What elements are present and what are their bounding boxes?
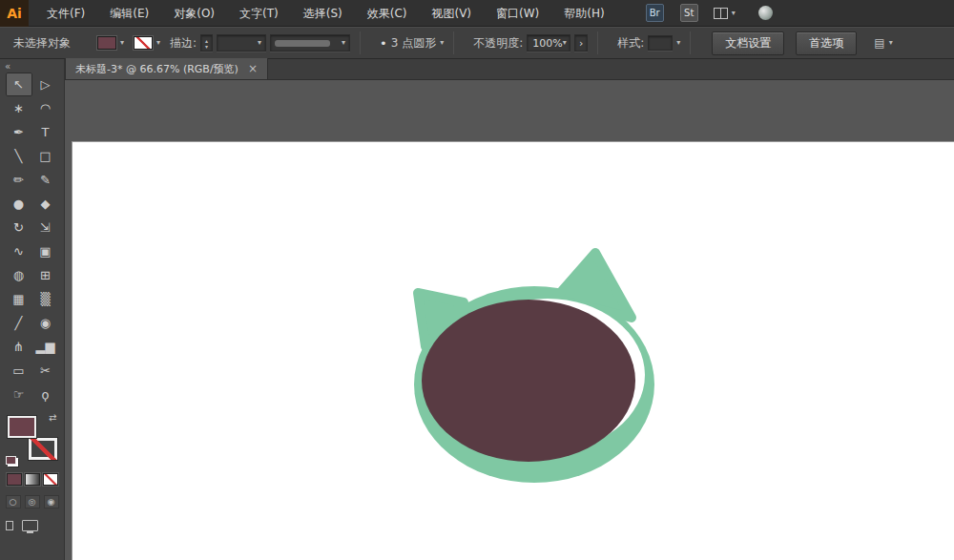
column-graph-tool[interactable]: ▂▆ <box>32 335 59 359</box>
menu-item-effect[interactable]: 效果(C) <box>355 0 420 27</box>
stroke-weight-stepper[interactable]: ▴ ▾ <box>200 34 213 52</box>
stepper-up-icon[interactable]: ▴ <box>205 38 208 43</box>
opacity-group: 不透明度: 100% ▾ › <box>473 34 588 52</box>
app-logo: Ai <box>0 0 29 27</box>
maroon-ellipse[interactable] <box>422 300 635 462</box>
close-icon[interactable]: × <box>248 62 258 75</box>
chevron-down-icon: ▾ <box>889 39 893 47</box>
fill-swatch[interactable] <box>8 416 36 438</box>
document-icon <box>6 521 13 530</box>
control-bar: 未选择对象 ▾ ▾ 描边: ▴ ▾ ▾ ▾ • 3 点圆形 ▾ 不透明度: 10… <box>0 27 954 59</box>
artboard-tool[interactable]: ▭ <box>6 359 32 383</box>
stroke-weight-combo[interactable]: ▾ <box>217 34 266 52</box>
blend-tool[interactable]: ◉ <box>32 311 59 335</box>
menu-item-object[interactable]: 对象(O) <box>161 0 227 27</box>
document-setup-button[interactable]: 文档设置 <box>712 31 784 55</box>
brush-preview-dot: • <box>380 36 387 51</box>
panel-dock-button[interactable]: ▤ ▾ <box>874 36 892 50</box>
menu-item-edit[interactable]: 编辑(E) <box>97 0 161 27</box>
style-group: 样式: ▾ <box>617 35 680 52</box>
arrange-documents-button[interactable]: ▾ <box>714 8 736 19</box>
stroke-none-swatch[interactable] <box>134 36 153 50</box>
none-slash-icon <box>29 438 57 460</box>
color-type-row <box>0 473 64 486</box>
bridge-badge[interactable]: Br <box>646 4 664 22</box>
menu-item-help[interactable]: 帮助(H) <box>551 0 616 27</box>
tools-panel: « ↖▷∗◠✒T╲□✏✎●◆↻⇲∿▣◍⊞▦▒╱◉⋔▂▆▭✂☞ϙ ⇄ ○◎◉ <box>0 59 65 560</box>
stroke-label: 描边: <box>170 35 197 52</box>
menu-item-window[interactable]: 窗口(W) <box>484 0 551 27</box>
blob-brush-tool[interactable]: ● <box>6 192 32 216</box>
swap-fill-stroke-icon[interactable]: ⇄ <box>49 412 56 423</box>
gradient-tool[interactable]: ▒ <box>32 287 59 311</box>
stroke-color-dropdown[interactable]: ▾ <box>134 36 160 50</box>
panel-icon: ▤ <box>874 36 884 50</box>
pen-tool[interactable]: ✒ <box>6 120 32 144</box>
width-tool[interactable]: ∿ <box>6 239 32 263</box>
menu-item-view[interactable]: 视图(V) <box>419 0 484 27</box>
none-button[interactable] <box>43 473 58 486</box>
brush-definition-dropdown[interactable]: • 3 点圆形 ▾ <box>380 35 444 52</box>
chevron-down-icon: ▾ <box>156 39 160 47</box>
stock-badge[interactable]: St <box>680 4 698 22</box>
selection-tool[interactable]: ↖ <box>6 73 32 96</box>
fill-color-swatch[interactable] <box>97 36 116 50</box>
gradient-button[interactable] <box>25 473 40 486</box>
default-fill-stroke-icon[interactable] <box>6 456 16 465</box>
artboard[interactable] <box>72 141 954 560</box>
free-transform-tool[interactable]: ▣ <box>32 239 59 263</box>
stroke-weight-group: 描边: ▴ ▾ ▾ ▾ <box>170 34 350 52</box>
magic-wand-tool[interactable]: ∗ <box>6 96 32 120</box>
selection-status-label: 未选择对象 <box>13 35 71 52</box>
stepper-down-icon[interactable]: ▾ <box>205 44 208 49</box>
menubar: Ai 文件(F)编辑(E)对象(O)文字(T)选择(S)效果(C)视图(V)窗口… <box>0 0 954 27</box>
brush-name-label: 3 点圆形 <box>391 35 436 52</box>
mesh-tool[interactable]: ▦ <box>6 287 32 311</box>
line-tool[interactable]: ╲ <box>6 144 32 168</box>
eraser-tool[interactable]: ◆ <box>32 192 59 216</box>
type-tool[interactable]: T <box>32 120 59 144</box>
menu-item-select[interactable]: 选择(S) <box>291 0 355 27</box>
main-area: « ↖▷∗◠✒T╲□✏✎●◆↻⇲∿▣◍⊞▦▒╱◉⋔▂▆▭✂☞ϙ ⇄ ○◎◉ 未标… <box>0 59 954 560</box>
perspective-grid-tool[interactable]: ⊞ <box>32 263 59 287</box>
width-profile-preview <box>275 40 330 47</box>
document-area: 未标题-3* @ 66.67% (RGB/预览) × <box>65 59 954 560</box>
scale-tool[interactable]: ⇲ <box>32 216 59 239</box>
zoom-tool[interactable]: ϙ <box>32 383 59 406</box>
app-swirl-icon[interactable] <box>758 6 773 20</box>
slice-tool[interactable]: ✂ <box>32 359 59 383</box>
divider <box>690 31 691 54</box>
opacity-panel-button[interactable]: › <box>574 34 588 52</box>
chevron-down-icon: ▾ <box>342 39 345 47</box>
style-swatch-dropdown[interactable] <box>648 35 673 51</box>
rectangle-tool[interactable]: □ <box>32 144 59 168</box>
color-button[interactable] <box>7 473 22 486</box>
shape-builder-tool[interactable]: ◍ <box>6 263 32 287</box>
menu-item-file[interactable]: 文件(F) <box>34 0 97 27</box>
menu-item-type[interactable]: 文字(T) <box>227 0 291 27</box>
opacity-input[interactable]: 100% ▾ <box>527 34 570 52</box>
cat-head-artwork[interactable] <box>412 241 660 485</box>
eyedropper-tool[interactable]: ╱ <box>6 311 32 335</box>
chevron-down-icon: ▾ <box>676 39 680 47</box>
menu-list: 文件(F)编辑(E)对象(O)文字(T)选择(S)效果(C)视图(V)窗口(W)… <box>34 0 617 27</box>
hand-tool[interactable]: ☞ <box>6 383 32 406</box>
pencil-tool[interactable]: ✎ <box>32 168 59 192</box>
draw-normal-button[interactable]: ○ <box>6 495 21 508</box>
screen-mode-button[interactable] <box>22 520 38 531</box>
paintbrush-tool[interactable]: ✏ <box>6 168 32 192</box>
stroke-swatch[interactable] <box>29 438 57 460</box>
width-profile-dropdown[interactable]: ▾ <box>270 34 350 52</box>
lasso-tool[interactable]: ◠ <box>32 96 59 120</box>
document-tab[interactable]: 未标题-3* @ 66.67% (RGB/预览) × <box>65 58 268 79</box>
symbol-sprayer-tool[interactable]: ⋔ <box>6 335 32 359</box>
draw-inside-button[interactable]: ◉ <box>44 495 59 508</box>
fill-color-dropdown[interactable]: ▾ <box>97 36 124 50</box>
draw-behind-button[interactable]: ◎ <box>25 495 40 508</box>
direct-selection-tool[interactable]: ▷ <box>32 73 59 96</box>
rotate-tool[interactable]: ↻ <box>6 216 32 239</box>
screen-mode-row <box>6 520 64 531</box>
collapse-panel-icon[interactable]: « <box>5 61 10 72</box>
preferences-button[interactable]: 首选项 <box>796 31 857 55</box>
canvas[interactable] <box>65 80 954 560</box>
